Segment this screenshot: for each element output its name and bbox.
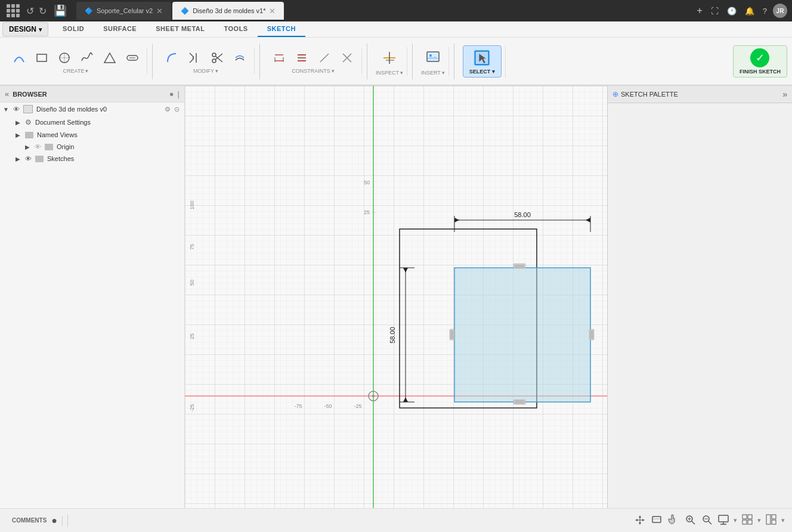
sidebar-item-origin[interactable]: ▶ 👁 Origin [0,141,184,153]
svg-text:-25: -25 [189,404,195,412]
angle-tool[interactable] [314,49,335,67]
save-button[interactable]: 💾 [51,3,69,18]
user-avatar[interactable]: JR [773,4,787,18]
x-constraint-tool[interactable] [336,49,358,67]
comments-label: COMMENTS [12,517,47,524]
tab-soporte[interactable]: 🔷 Soporte_Celular v2 ✕ [76,2,171,20]
tab-close-2[interactable]: ✕ [269,7,276,15]
display-mode-button[interactable] [717,513,730,528]
move-cursor-icon [635,514,645,525]
doc-settings-arrow[interactable]: ▶ [14,119,21,126]
tab-diseno[interactable]: 🔷 Diseño 3d de moldes v1* ✕ [172,2,284,20]
bottom-tools: ▾ ▾ ▾ [633,513,785,528]
help-button[interactable]: ? [760,4,769,18]
pan-icon [668,514,679,525]
zoom-fit-button[interactable] [683,513,697,528]
sidebar-pin[interactable]: ● [169,89,174,98]
tab-sheetmetal[interactable]: SHEET METAL [146,21,214,37]
design-dropdown[interactable]: DESIGN ▾ [2,22,48,36]
svg-rect-88 [719,515,728,522]
polygon-tool[interactable] [99,49,120,67]
palette-expand-icon[interactable]: » [782,89,787,99]
sep2 [259,44,260,79]
svg-rect-93 [742,520,747,524]
tab-solid[interactable]: SOLID [53,21,94,37]
dimension-tool[interactable] [268,49,290,67]
slot-tool[interactable] [122,49,143,67]
parallel-tool[interactable] [291,49,313,67]
root-target-icon[interactable]: ⊙ [174,106,180,113]
trim-tool[interactable] [184,49,205,67]
sketches-arrow[interactable]: ▶ [14,155,21,162]
svg-rect-0 [37,54,47,61]
zoom-window-button[interactable] [700,513,713,528]
box-view-button[interactable] [650,513,663,528]
eye-icon-sketches[interactable]: 👁 [25,155,32,162]
fillet-tool[interactable] [161,49,182,67]
sketches-label: Sketches [47,155,74,162]
select-button[interactable]: SELECT ▾ [463,45,502,78]
sidebar-item-root[interactable]: ▼ 👁 Diseño 3d de moldes v0 ⚙ ⊙ [0,103,184,116]
inspect-label[interactable]: INSPECT ▾ [376,70,403,76]
origin-arrow[interactable]: ▶ [24,143,31,150]
create-label[interactable]: CREATE ▾ [63,68,89,74]
rectangle-tool[interactable] [31,49,52,67]
tab-tools[interactable]: TOOLS [215,21,258,37]
display-mode-chevron[interactable]: ▾ [734,516,737,524]
circle-tool[interactable] [54,49,75,67]
tab-surface[interactable]: SURFACE [94,21,146,37]
svg-marker-4 [104,53,115,63]
pan-button[interactable] [667,513,680,528]
inspect-chevron-icon: ▾ [400,70,403,76]
finish-sketch-button[interactable]: ✓ FINISH SKETCH [733,45,787,78]
notification-button[interactable]: 🔔 [742,4,757,18]
svg-text:50: 50 [364,180,370,185]
layout-chevron[interactable]: ▾ [781,516,785,524]
spline-icon [81,51,94,64]
eye-icon-origin[interactable]: 👁 [35,143,41,150]
insert-label[interactable]: INSERT ▾ [421,70,445,76]
modify-chevron-icon: ▾ [215,68,218,74]
grid-chevron[interactable]: ▾ [757,516,761,524]
sketch-palette-header[interactable]: ⊕ SKETCH PALETTE » [608,86,792,103]
insert-image-tool[interactable] [422,47,444,69]
grid-settings-button[interactable] [741,513,754,528]
grid-icon [7,4,20,17]
finish-sketch-label: FINISH SKETCH [740,69,781,75]
parallel-icon [295,51,308,64]
sidebar-header: « BROWSER ● | [0,86,184,103]
sidebar-expand-right[interactable]: | [178,89,180,98]
offset-tool[interactable] [229,49,250,67]
modify-label[interactable]: MODIFY ▾ [193,68,218,74]
rectangle-icon [35,51,48,64]
undo-button[interactable]: ↺ [24,4,36,18]
root-settings-icon[interactable]: ⚙ [165,106,171,113]
extensions-button[interactable]: ⛶ [709,4,721,18]
named-views-label: Named Views [37,131,78,138]
spline-tool[interactable] [76,49,98,67]
arc-tool[interactable] [8,49,30,67]
tab-close-1[interactable]: ✕ [156,7,163,15]
constraints-label[interactable]: CONSTRAINTS ▾ [292,68,335,74]
app-grid-button[interactable] [5,2,21,19]
arc-icon [13,51,26,64]
comments-add-button[interactable]: ● [50,514,58,527]
inspect-tool[interactable] [379,47,400,69]
canvas-area[interactable]: 58.00 58.00 25 50 -25 -50 -75 100 75 50 … [185,86,792,508]
named-views-arrow[interactable]: ▶ [14,131,21,138]
new-tab-button[interactable]: + [694,3,704,18]
sidebar-item-sketches[interactable]: ▶ 👁 Sketches [0,153,184,165]
sidebar-item-doc-settings[interactable]: ▶ ⚙ Document Settings [0,116,184,129]
activity-button[interactable]: 🕐 [725,4,739,18]
sidebar-item-named-views[interactable]: ▶ Named Views [0,129,184,141]
move-cursor-button[interactable] [633,513,646,528]
layout-options-button[interactable] [765,513,778,528]
cut-tool[interactable] [206,49,228,67]
eye-icon-root[interactable]: 👁 [13,106,20,113]
collapse-arrows[interactable]: « [5,89,9,98]
redo-button[interactable]: ↻ [36,4,49,18]
root-expand-arrow[interactable]: ▼ [2,106,10,113]
svg-rect-97 [772,520,776,524]
tab-sketch[interactable]: SKETCH [258,21,305,37]
titlebar-actions: + ⛶ 🕐 🔔 ? JR [694,3,787,18]
